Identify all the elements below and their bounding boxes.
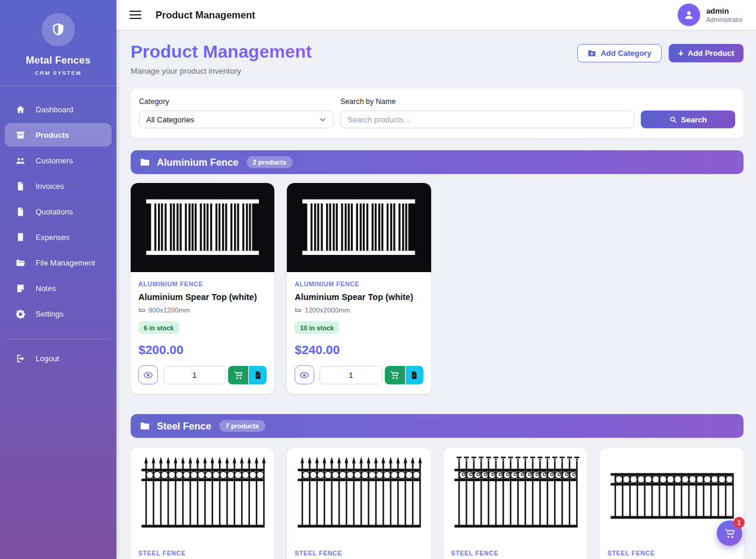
- eye-icon: [143, 370, 153, 380]
- sidebar-item-label: Invoices: [36, 182, 64, 191]
- note-icon: [15, 283, 26, 293]
- category-select[interactable]: All Categories: [139, 110, 334, 128]
- category-count-badge: 2 products: [246, 156, 293, 168]
- product-grid-steel: STEEL FENCE STEEL FENCE STEEL FENCE STEE…: [131, 448, 744, 559]
- product-dimensions: 1200x2000mm: [305, 307, 350, 314]
- logout-icon: [15, 353, 26, 364]
- product-image: [444, 448, 587, 541]
- product-card: ALUMINIUM FENCE Aluminium Spear Top (whi…: [287, 183, 431, 394]
- cart-icon: [233, 370, 243, 380]
- user-role: Administrator: [706, 16, 743, 23]
- ruler-icon: [295, 307, 302, 314]
- product-price: $200.00: [138, 343, 267, 357]
- file-invoice-icon: [254, 371, 262, 380]
- product-price: $240.00: [295, 343, 423, 357]
- folder-icon: [140, 157, 150, 168]
- category-header-aluminium-fence: Aluminium Fence 2 products: [131, 150, 744, 174]
- avatar: [678, 4, 700, 26]
- logout-label: Logout: [36, 354, 59, 363]
- category-title: Steel Fence: [157, 421, 211, 432]
- box-icon: [15, 130, 26, 140]
- view-product-button[interactable]: [138, 365, 158, 384]
- product-category-label: ALUMINIUM FENCE: [295, 280, 423, 288]
- cart-count-badge: 1: [733, 517, 745, 528]
- brand: Metal Fences CRM SYSTEM: [0, 0, 116, 76]
- menu-toggle-icon[interactable]: [129, 11, 141, 19]
- folder-open-icon: [15, 258, 26, 268]
- search-filter-label: Search by Name: [340, 97, 634, 106]
- folder-plus-icon: [587, 49, 596, 58]
- eye-icon: [299, 370, 309, 380]
- add-category-button[interactable]: Add Category: [577, 44, 661, 62]
- cart-icon: [390, 370, 400, 380]
- sidebar-item-customers[interactable]: Customers: [5, 149, 112, 172]
- cart-icon: [724, 528, 736, 539]
- view-product-button[interactable]: [295, 365, 314, 384]
- page-subtitle: Manage your product inventory: [131, 67, 312, 75]
- shield-icon: [42, 13, 75, 46]
- product-category-label: STEEL FENCE: [451, 549, 580, 557]
- product-dimensions: 900x1200mm: [148, 307, 190, 314]
- category-select-value: All Categories: [146, 115, 194, 124]
- aluminium-fence-image: [138, 190, 267, 266]
- sidebar-item-products[interactable]: Products: [5, 123, 112, 147]
- quantity-input[interactable]: [320, 366, 382, 384]
- product-card: STEEL FENCE: [287, 448, 431, 559]
- sidebar-item-label: Products: [36, 131, 69, 140]
- sidebar-item-label: Customers: [36, 156, 73, 165]
- product-category-label: ALUMINIUM FENCE: [138, 280, 267, 288]
- stock-badge: 6 in stock: [138, 321, 179, 334]
- category-filter-label: Category: [139, 97, 334, 106]
- steel-fence-image: [294, 454, 423, 534]
- floating-cart-button[interactable]: 1: [717, 520, 742, 546]
- sidebar-item-label: Quotations: [36, 207, 73, 216]
- category-count-badge: 7 products: [219, 420, 265, 432]
- sidebar-item-label: Expenses: [36, 233, 69, 242]
- file-invoice-icon: [15, 181, 26, 191]
- logout-divider: [6, 339, 110, 339]
- sidebar-divider: [0, 86, 116, 86]
- search-input[interactable]: [340, 110, 634, 128]
- page-title: Product Management: [131, 42, 312, 62]
- topbar-title: Product Management: [156, 10, 255, 21]
- file-invoice-icon: [410, 371, 419, 380]
- product-card: STEEL FENCE: [131, 448, 274, 559]
- add-product-button[interactable]: + Add Product: [669, 44, 744, 62]
- folder-icon: [140, 421, 150, 431]
- add-to-quote-button[interactable]: [406, 366, 423, 384]
- brand-name: Metal Fences: [0, 55, 116, 67]
- product-grid-aluminium: ALUMINIUM FENCE Aluminium Spear Top (whi…: [131, 183, 744, 394]
- add-to-cart-button[interactable]: [228, 366, 248, 384]
- user-name: admin: [706, 7, 743, 15]
- stock-badge: 10 in stock: [295, 321, 339, 334]
- header-actions: Add Category + Add Product: [577, 44, 744, 62]
- sidebar-item-settings[interactable]: Settings: [5, 302, 112, 326]
- product-card: STEEL FENCE: [444, 448, 587, 559]
- main-content: Product Management Manage your product i…: [116, 30, 756, 559]
- product-category-label: STEEL FENCE: [138, 549, 267, 557]
- sidebar-item-logout[interactable]: Logout: [5, 346, 112, 370]
- gear-icon: [15, 309, 26, 319]
- sidebar-item-quotations[interactable]: Quotations: [5, 200, 112, 223]
- sidebar-item-file-management[interactable]: File Management: [5, 251, 112, 274]
- quantity-input[interactable]: [163, 366, 226, 384]
- ruler-icon: [138, 307, 145, 314]
- person-icon: [683, 9, 695, 21]
- aluminium-fence-image: [294, 190, 423, 266]
- steel-fence-image: [138, 454, 267, 534]
- receipt-icon: [15, 232, 26, 242]
- sidebar-item-label: Notes: [36, 284, 56, 293]
- page-header: Product Management Manage your product i…: [131, 42, 744, 75]
- topbar: Product Management admin Administrator: [116, 0, 756, 30]
- sidebar-item-expenses[interactable]: Expenses: [5, 225, 112, 249]
- user-menu[interactable]: admin Administrator: [678, 4, 743, 26]
- home-icon: [15, 105, 26, 115]
- sidebar-item-invoices[interactable]: Invoices: [5, 174, 112, 198]
- sidebar-item-dashboard[interactable]: Dashboard: [5, 97, 112, 121]
- add-to-cart-button[interactable]: [385, 366, 405, 384]
- sidebar: Metal Fences CRM SYSTEM Dashboard Produc…: [0, 0, 116, 559]
- search-button[interactable]: Search: [641, 110, 735, 128]
- file-quote-icon: [15, 207, 26, 217]
- add-to-quote-button[interactable]: [249, 366, 267, 384]
- sidebar-item-notes[interactable]: Notes: [5, 276, 112, 300]
